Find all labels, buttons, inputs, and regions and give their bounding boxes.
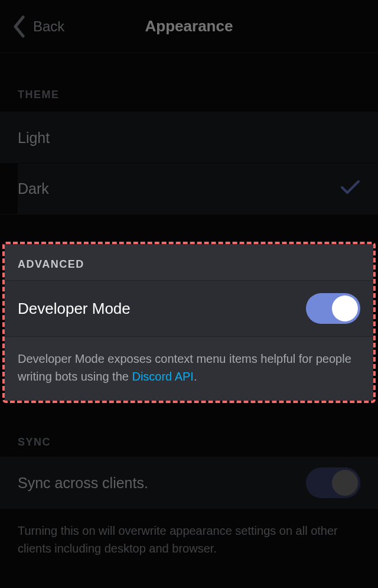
advanced-section-highlight: ADVANCED Developer Mode Developer Mode e… [5, 244, 373, 401]
developer-mode-label: Developer Mode [18, 300, 131, 318]
theme-option-label: Dark [18, 180, 49, 197]
sync-label: Sync across clients. [18, 475, 148, 492]
developer-mode-toggle[interactable] [306, 293, 360, 324]
developer-mode-row: Developer Mode [5, 280, 373, 337]
chevron-left-icon [13, 15, 25, 38]
back-label: Back [33, 18, 64, 35]
theme-options: Light Dark [0, 112, 378, 215]
toggle-knob [332, 470, 358, 496]
theme-option-dark[interactable]: Dark [18, 163, 378, 214]
discord-api-link[interactable]: Discord API [132, 370, 193, 383]
sync-rows: Sync across clients. [0, 457, 378, 509]
section-header-advanced: ADVANCED [5, 244, 373, 280]
section-header-sync: SYNC [0, 418, 378, 457]
checkmark-icon [340, 180, 360, 199]
developer-mode-description: Developer Mode exposes context menu item… [5, 337, 373, 401]
theme-option-label: Light [18, 129, 50, 147]
sync-row: Sync across clients. [0, 457, 378, 508]
sync-toggle[interactable] [306, 467, 360, 498]
back-button[interactable]: Back [0, 15, 64, 38]
section-header-theme: THEME [0, 53, 378, 112]
header: Back Appearance [0, 0, 378, 53]
toggle-knob [332, 295, 358, 321]
theme-option-light[interactable]: Light [0, 112, 378, 163]
sync-description: Turning this on will overwrite appearanc… [0, 509, 378, 573]
description-suffix: . [194, 370, 197, 383]
